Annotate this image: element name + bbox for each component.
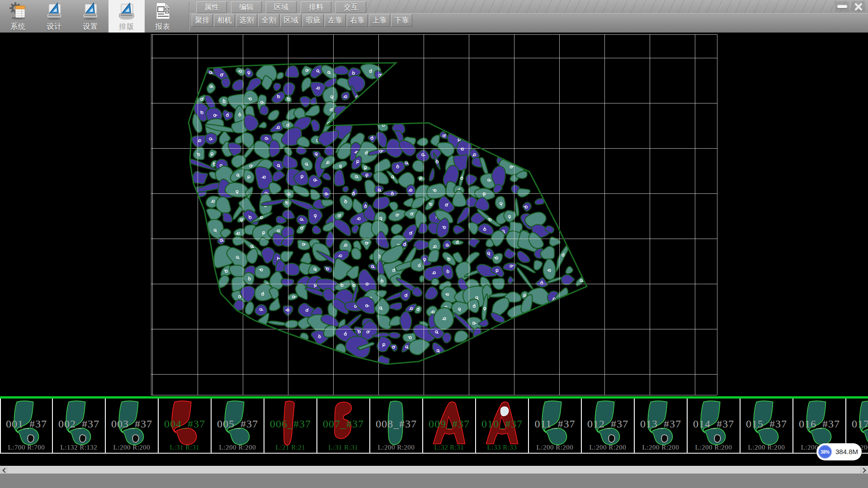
part-lr-count: L:200 R:200 <box>370 444 422 451</box>
part-id: 012_#37 <box>582 418 634 430</box>
part-id: 003_#37 <box>106 418 158 430</box>
part-thumbnail[interactable]: 007_#37L:31 R:31 <box>317 399 370 453</box>
mode-button-5[interactable]: 报表 <box>145 0 181 33</box>
design-icon <box>81 1 100 20</box>
nesting-app-window: 系统设计设置排版报表 属性编辑区域排料交互 聚排相机选割全割区域瑕疵左靠右靠上靠… <box>0 0 868 488</box>
mode-button-3[interactable]: 设置 <box>72 0 108 33</box>
close-button[interactable] <box>851 1 865 12</box>
report-icon <box>153 1 172 20</box>
minimize-button[interactable] <box>835 1 849 12</box>
action-button-5[interactable]: 区域 <box>280 14 302 27</box>
badge-size-label: 384.8M <box>835 448 858 455</box>
window-controls <box>835 1 865 12</box>
action-button-4[interactable]: 全割 <box>258 14 279 27</box>
part-id: 011_#37 <box>529 418 581 430</box>
system-icon <box>9 1 28 20</box>
part-id: 006_#37 <box>264 418 316 430</box>
part-thumbnail[interactable]: 003_#37L:200 R:200 <box>106 399 159 453</box>
horizontal-scrollbar[interactable] <box>0 466 868 474</box>
close-icon <box>854 3 863 11</box>
menu-tab-3[interactable]: 区域 <box>266 1 297 13</box>
main-toolbar: 系统设计设置排版报表 属性编辑区域排料交互 聚排相机选割全割区域瑕疵左靠右靠上靠… <box>0 0 868 33</box>
toolbar-texture <box>364 0 868 13</box>
part-id: 017_#37 <box>846 418 868 430</box>
part-thumbnail[interactable]: 015_#37L:200 R:200 <box>741 399 793 453</box>
part-lr-count: L:21 R:21 <box>264 444 316 451</box>
part-thumbnail[interactable]: 004_#37L:31 R:31 <box>159 399 212 453</box>
parts-thumbnail-strip[interactable]: 001_#37L:700 R:700002_#37L:132 R:132003_… <box>0 399 868 454</box>
part-thumbnail[interactable]: 013_#37L:200 R:200 <box>635 399 688 453</box>
minimize-icon <box>837 5 847 8</box>
footer-bar <box>0 474 868 488</box>
action-button-10[interactable]: 下靠 <box>391 14 412 27</box>
mode-button-label: 报表 <box>145 22 181 32</box>
part-thumbnail[interactable]: 005_#37L:200 R:200 <box>212 399 264 453</box>
action-button-row: 聚排相机选割全割区域瑕疵左靠右靠上靠下靠 <box>192 14 412 27</box>
part-thumbnail[interactable]: 012_#37L:200 R:200 <box>582 399 635 453</box>
part-thumbnail[interactable]: 009_#37L:32 R:31 <box>423 399 476 453</box>
part-thumbnail[interactable]: 001_#37L:700 R:700 <box>0 399 53 453</box>
mode-button-label: 排版 <box>108 22 145 32</box>
part-id: 016_#37 <box>793 418 845 430</box>
part-thumbnail[interactable]: 011_#37L:200 R:200 <box>529 399 582 453</box>
part-id: 002_#37 <box>53 418 105 430</box>
part-id: 007_#37 <box>317 418 369 430</box>
part-id: 001_#37 <box>1 418 52 430</box>
part-lr-count: L:33 R:33 <box>476 444 528 451</box>
menu-tab-1[interactable]: 属性 <box>196 1 227 13</box>
part-lr-count: L:200 R:200 <box>582 444 634 451</box>
action-button-2[interactable]: 相机 <box>214 14 235 27</box>
mode-button-4[interactable]: 排版 <box>108 0 145 33</box>
part-id: 009_#37 <box>423 418 475 430</box>
part-lr-count: L:200 R:200 <box>688 444 740 451</box>
part-thumbnail[interactable]: 006_#37L:21 R:21 <box>264 399 317 453</box>
part-id: 005_#37 <box>212 418 264 430</box>
part-lr-count: L:132 R:132 <box>53 444 105 451</box>
mode-button-2[interactable]: 设计 <box>36 0 72 33</box>
menu-tab-5[interactable]: 交互 <box>335 1 366 13</box>
part-id: 008_#37 <box>370 418 422 430</box>
menu-tab-row: 属性编辑区域排料交互 <box>196 1 366 13</box>
menu-tab-2[interactable]: 编辑 <box>231 1 262 13</box>
part-lr-count: L:200 R:200 <box>529 444 581 451</box>
progress-circle-icon: 38% <box>818 445 832 459</box>
action-button-6[interactable]: 瑕疵 <box>302 14 324 27</box>
scroll-right-arrow-icon[interactable] <box>860 466 868 474</box>
part-lr-count: L:700 R:700 <box>1 444 52 451</box>
mode-button-label: 设计 <box>36 22 72 32</box>
part-lr-count: L:200 R:200 <box>635 444 687 451</box>
nesting-canvas[interactable] <box>0 33 868 396</box>
scroll-left-arrow-icon[interactable] <box>0 466 8 474</box>
mode-button-1[interactable]: 系统 <box>0 0 36 33</box>
action-button-3[interactable]: 选割 <box>236 14 257 27</box>
part-lr-count: L:31 R:31 <box>317 444 369 451</box>
part-lr-count: L:200 R:200 <box>741 444 793 451</box>
part-lr-count: L:32 R:31 <box>423 444 475 451</box>
progress-percent: 38% <box>821 450 830 455</box>
part-thumbnail[interactable]: 002_#37L:132 R:132 <box>53 399 106 453</box>
mode-button-label: 系统 <box>0 22 36 32</box>
part-lr-count: L:200 R:200 <box>212 444 264 451</box>
action-button-1[interactable]: 聚排 <box>192 14 213 27</box>
part-id: 015_#37 <box>741 418 793 430</box>
action-button-8[interactable]: 右靠 <box>347 14 368 27</box>
part-id: 013_#37 <box>635 418 687 430</box>
main-mode-buttons: 系统设计设置排版报表 <box>0 0 181 33</box>
action-button-7[interactable]: 左靠 <box>325 14 346 27</box>
part-id: 004_#37 <box>159 418 211 430</box>
part-lr-count: L:31 R:31 <box>159 444 211 451</box>
menu-tab-4[interactable]: 排料 <box>301 1 331 13</box>
action-button-9[interactable]: 上靠 <box>369 14 390 27</box>
part-thumbnail[interactable]: 008_#37L:200 R:200 <box>370 399 423 453</box>
part-id: 014_#37 <box>688 418 740 430</box>
part-id: 010_#37 <box>476 418 528 430</box>
status-badge[interactable]: 38% 384.8M <box>816 443 862 460</box>
part-lr-count: L:200 R:200 <box>106 444 158 451</box>
design-icon <box>117 1 136 20</box>
design-icon <box>45 1 64 20</box>
part-thumbnail[interactable]: 010_#37L:33 R:33 <box>476 399 529 453</box>
part-thumbnail[interactable]: 014_#37L:200 R:200 <box>688 399 741 453</box>
mode-button-label: 设置 <box>72 22 108 32</box>
